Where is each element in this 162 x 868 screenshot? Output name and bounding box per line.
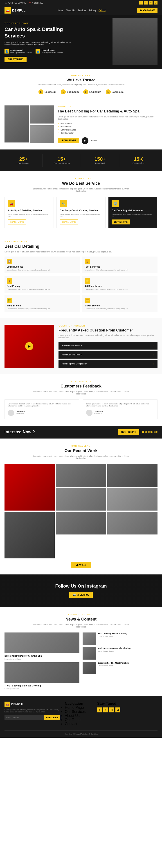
about-learn-more-button[interactable]: LEARN MORE xyxy=(57,138,79,144)
blog-main-posts: Best Choicing Master Glowing Spa Lorem i… xyxy=(4,632,79,690)
faq-question-3: How Long Until Completed ? xyxy=(62,363,87,365)
nav-home[interactable]: Home xyxy=(57,9,63,12)
footer-nav-services[interactable]: Our Services xyxy=(65,710,85,714)
why-item-1: 📋 Legal Business Lorem ipsum dolor sit a… xyxy=(4,256,80,273)
hero-person-silhouette xyxy=(113,18,158,65)
about-feature-2: Best Quality xyxy=(57,126,158,128)
logo-icon: 🚗 xyxy=(4,7,11,13)
why-description: Lorem ipsum dolor sit amet, consectetur … xyxy=(4,251,158,253)
service-icon-3: ⚙️ xyxy=(112,200,119,207)
why-left: Best Car Detailing Lorem ipsum dolor sit… xyxy=(4,244,158,312)
instagram-follow-button[interactable]: 📷 @ DEMPUL xyxy=(69,592,93,598)
footer-facebook-icon[interactable]: f xyxy=(97,708,102,712)
footer-nav-col: Navigation Home Page Our Services About … xyxy=(65,702,93,726)
why-section: WHY CHOOSE US Best Car Detailing Lorem i… xyxy=(0,234,162,318)
nav-pricing[interactable]: Pricing xyxy=(89,9,96,12)
nav-about[interactable]: About Us xyxy=(66,9,75,12)
hero-cta-button[interactable]: GET STARTED xyxy=(4,57,27,62)
partner-logos: L Logipsum L Logipsum L Logipsum L Logip… xyxy=(4,89,158,94)
footer-nav-title: Navigation xyxy=(65,702,93,706)
faq-question-1: Why Priority Coating ? xyxy=(62,345,82,347)
hero-feature-trusted: 👥 Trusted Team Lorem ipsum dolor sit ame… xyxy=(36,49,63,54)
nav-services[interactable]: Services xyxy=(78,9,86,12)
footer: 🚗 DEMPUL Lorem ipsum dolor sit amet, con… xyxy=(0,696,162,738)
about-section: ABOUT US The Best Choicing For Car Detai… xyxy=(0,100,162,150)
why-item-title-2: Fast & Perfect xyxy=(85,266,155,268)
logo: 🚗 DEMPUL xyxy=(4,7,26,13)
blog-sidebar: Best Choicing Master Glowing Lorem ipsum… xyxy=(83,632,158,690)
service-title-3: Car Detailing Maintanence xyxy=(112,209,154,212)
footer-nav-contact[interactable]: Contact xyxy=(65,722,77,726)
footer-nav-home[interactable]: Home Page xyxy=(65,706,84,710)
footer-about-col: 🚗 DEMPUL Lorem ipsum dolor sit amet, con… xyxy=(4,702,60,726)
twitter-icon[interactable]: t xyxy=(144,1,148,4)
top-bar-left: 📞 +254 700 000 000 📍 Nairobi, KE xyxy=(4,2,43,4)
why-icon-4: ⭐ xyxy=(85,278,90,284)
portfolio-title: Our Recent Work xyxy=(4,448,158,453)
portfolio-item-4 xyxy=(56,488,106,510)
blog-sidebar-img-3 xyxy=(83,662,96,674)
about-list: Best Service Best Quality Car Maintenanc… xyxy=(57,122,158,134)
blog-sidebar-item-2: Trick To Saving Materials Glowing Lorem … xyxy=(83,647,158,659)
footer-nav-team[interactable]: Our Team xyxy=(65,718,81,722)
nav-gallery[interactable]: Gallery xyxy=(98,9,106,12)
faq-item-2[interactable]: How Much The Price ? › xyxy=(58,351,158,359)
stat-detailing-number: 15K xyxy=(122,156,155,162)
instagram-section: Follow Us On Instagram 📷 @ DEMPUL xyxy=(0,575,162,607)
footer-stay-col: Stay Tuned f t in yt xyxy=(97,702,125,726)
why-item-desc-2: Lorem ipsum dolor sit amet, consectetur … xyxy=(85,269,155,271)
service-title-2: Car Body Crash Coating Service xyxy=(60,209,103,212)
faq-arrow-1: › xyxy=(154,344,154,347)
about-images xyxy=(4,105,54,144)
portfolio-item-1 xyxy=(4,464,55,510)
faq-image: ▶ xyxy=(4,325,54,368)
footer-subscribe-button[interactable]: SUBSCRIBE xyxy=(44,715,60,720)
footer-nav-about[interactable]: About Us xyxy=(65,714,80,718)
testimonial-card-1: Lorem ipsum dolor sit amet, consectetur … xyxy=(4,399,79,419)
faq-title: Frequently Asked Question From Customer xyxy=(58,328,158,332)
linkedin-icon[interactable]: in xyxy=(149,1,153,4)
about-image-bottom-right xyxy=(30,125,54,144)
partner-icon-2: L xyxy=(61,89,66,94)
about-play-button[interactable]: ▶ xyxy=(82,137,88,144)
partner-logo-1: L Logipsum xyxy=(38,89,56,94)
trusted-text: Trusted Team Lorem ipsum dolor sit amet xyxy=(41,49,63,54)
youtube-icon[interactable]: yt xyxy=(154,1,158,4)
service-cta-1[interactable]: LEARN MORE xyxy=(8,219,26,224)
blog-card-img-2 xyxy=(4,662,79,683)
faq-item-1[interactable]: Why Priority Coating ? › xyxy=(58,342,158,349)
testimonial-role-1: Customer xyxy=(16,413,25,415)
cta-pricing-button[interactable]: OUR PRICING xyxy=(118,429,139,435)
service-icon-1: 🚗 xyxy=(8,200,15,207)
testimonial-name-2: Jane Doe xyxy=(94,410,103,413)
footer-nav-list: Home Page Our Services About Us Our Team… xyxy=(65,706,93,726)
testimonial-name-1: John Doe xyxy=(16,410,25,413)
partner-logo-2: L Logipsum xyxy=(61,89,79,94)
testimonials-title: Customers Feedback xyxy=(4,384,158,389)
blog-sidebar-title-3: Discount For The Most Polishing xyxy=(98,662,130,664)
footer-twitter-icon[interactable]: t xyxy=(103,708,108,712)
nav-cta-button[interactable]: ☎ +00 000 000 xyxy=(137,8,158,13)
service-cta-3[interactable]: LEARN MORE xyxy=(112,219,130,224)
trusted-icon: 👥 xyxy=(36,49,40,54)
service-cta-2[interactable]: LEARN MORE xyxy=(60,219,78,224)
hero-title: Car Auto Spa & Detailing Services xyxy=(4,26,72,39)
why-icon-1: 📋 xyxy=(7,259,12,264)
portfolio-view-all-button[interactable]: VIEW ALL xyxy=(71,562,91,568)
blog-sidebar-text-2: Trick To Saving Materials Glowing Lorem … xyxy=(98,647,130,659)
footer-email-input[interactable] xyxy=(4,715,44,720)
facebook-icon[interactable]: f xyxy=(139,1,143,4)
partners-label: OUR PARTNER xyxy=(4,74,158,77)
faq-item-3[interactable]: How Long Until Completed ? › xyxy=(58,360,158,368)
stat-partners: 15+ Corporate Partner xyxy=(43,154,81,167)
services-grid: 🚗 Auto Spa & Detailing Service Lorem ips… xyxy=(4,197,158,228)
partners-section: OUR PARTNER We Have Trusted Lorem ipsum … xyxy=(0,69,162,100)
professional-text: Professional Lorem ipsum dolor sit amet xyxy=(10,49,32,54)
footer-youtube-icon[interactable]: yt xyxy=(115,708,120,712)
stat-partners-label: Corporate Partner xyxy=(45,162,79,164)
why-item-desc-5: Lorem ipsum dolor sit amet, consectetur … xyxy=(7,308,77,310)
why-item-title-5: Many Branch xyxy=(7,304,77,307)
faq-play-button[interactable]: ▶ xyxy=(25,342,33,350)
testimonial-avatar-2 xyxy=(86,410,92,416)
footer-instagram-icon[interactable]: in xyxy=(109,708,114,712)
